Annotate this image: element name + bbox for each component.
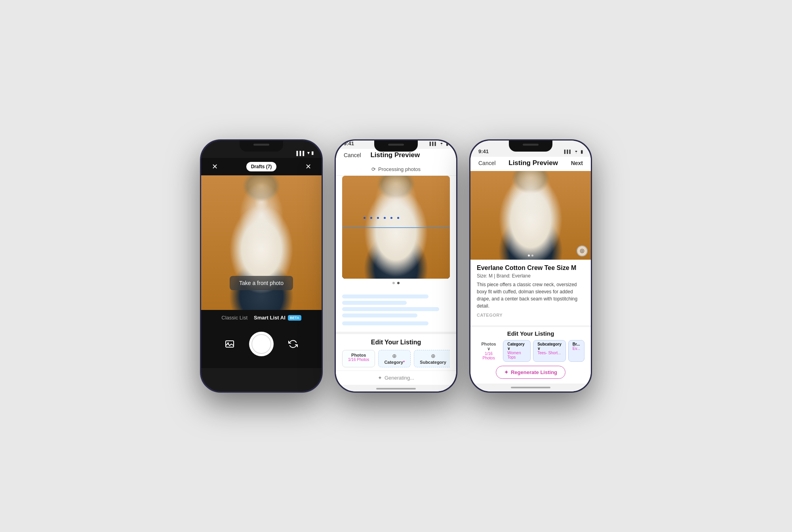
svg-point-3 — [581, 250, 583, 252]
notch-3 — [509, 141, 552, 152]
regenerate-icon: ✦ — [504, 369, 508, 375]
tab-category-label: Category* — [384, 360, 405, 365]
skeleton-line — [342, 321, 428, 325]
skeleton-line — [342, 294, 428, 298]
flip-camera-button[interactable] — [287, 338, 299, 350]
result-tab-brand[interactable]: Br... Ev... — [568, 340, 584, 362]
indicator-dot-active — [397, 282, 400, 284]
signal-icon-3: ▌▌▌ — [564, 150, 572, 154]
home-bar-3 — [511, 387, 550, 388]
scan-dot — [377, 217, 379, 219]
result-indicators — [528, 255, 533, 256]
listing-photo-box — [342, 176, 450, 279]
result-edit-title: Edit Your Listing — [477, 330, 584, 337]
close-button[interactable]: ✕ — [209, 161, 220, 172]
tab-category-icon: ⊕ — [384, 353, 405, 359]
gallery-button[interactable] — [224, 338, 235, 350]
indicator-dot — [392, 282, 395, 284]
notch-2 — [374, 141, 418, 152]
processing-spinner: ⟳ — [371, 166, 376, 172]
skeleton-line — [342, 314, 417, 317]
generating-icon: ✦ — [378, 375, 382, 381]
phone-processing: 9:41 ▌▌▌ ▮ Cancel Listing Preview ⟳ Pr — [335, 139, 457, 393]
tab-subcategory-icon: ⊕ — [420, 353, 446, 359]
beta-badge: BETA — [288, 315, 301, 321]
cancel-button-2[interactable]: Cancel — [344, 152, 361, 158]
listing-title-3: Listing Preview — [508, 159, 558, 167]
camera-viewport: Take a front photo — [201, 175, 322, 310]
tab-subcategory-label: Subcategory — [420, 360, 446, 365]
model-image-3 — [470, 171, 591, 260]
scan-dot — [397, 217, 399, 219]
phone-camera: ▌▌▌ ▾ ▮ ✕ Drafts (7) ✕ Take a f — [200, 139, 323, 393]
result-description: This piece offers a classic crew neck, o… — [477, 281, 584, 310]
next-button-3[interactable]: Next — [571, 160, 583, 166]
time-3: 9:41 — [478, 148, 489, 154]
brand-tab-label: Br... — [573, 342, 580, 346]
edit-tabs-2: Photos 1/16 Photos ⊕ Category* ⊕ Subcate… — [342, 350, 450, 367]
wifi-icon-3 — [573, 149, 579, 154]
camera-edit-icon[interactable] — [577, 245, 588, 256]
result-meta: Size: M | Brand: Everlane — [477, 273, 584, 279]
speaker-2 — [388, 144, 404, 146]
category-tab-label: Category ∨ — [507, 342, 526, 351]
listing-photo-area — [336, 176, 456, 288]
tab-category-2[interactable]: ⊕ Category* — [378, 350, 411, 367]
notch — [240, 141, 283, 152]
drafts-button[interactable]: Drafts (7) — [246, 162, 277, 171]
generating-text: Generating... — [385, 375, 414, 381]
processing-text: Processing photos — [378, 166, 421, 172]
tab-photos-sub: 1/16 Photos — [348, 357, 369, 362]
camera-controls — [201, 325, 322, 368]
scan-dot — [384, 217, 386, 219]
tab-photos-label: Photos — [348, 353, 369, 357]
flash-button[interactable]: ✕ — [303, 161, 314, 172]
photos-tab-sub: 1/16 Photos — [480, 352, 497, 360]
photo-indicators-2 — [342, 282, 450, 284]
subcategory-tab-label: Subcategory ∨ — [537, 342, 562, 351]
result-tab-photos[interactable]: Photos ∨ 1/16 Photos — [477, 340, 501, 362]
wifi-icon-2 — [439, 141, 444, 146]
result-dot-2 — [531, 255, 533, 256]
scan-line — [342, 227, 450, 228]
camera-mode-bar: Classic List Smart List AI BETA — [201, 310, 322, 325]
cancel-button-3[interactable]: Cancel — [478, 160, 496, 166]
skeleton-line — [342, 301, 407, 305]
result-info: Everlane Cotton Crew Tee Size M Size: M … — [470, 260, 591, 325]
result-dot-1 — [528, 255, 530, 256]
skeleton-line — [342, 307, 439, 311]
scan-dots — [364, 217, 439, 219]
home-bar-2 — [376, 388, 416, 390]
tab-photos-2[interactable]: Photos 1/16 Photos — [342, 350, 375, 367]
result-listing-title: Everlane Cotton Crew Tee Size M — [477, 264, 584, 272]
asterisk: * — [403, 360, 405, 365]
category-tab-sub: Women Tops — [507, 351, 526, 359]
result-category-label: CATEGORY — [477, 313, 584, 317]
subcategory-tab-sub: Tees- Short... — [537, 351, 562, 355]
classic-mode-label[interactable]: Classic List — [221, 315, 248, 321]
result-photo-box — [470, 171, 591, 260]
scan-dot — [390, 217, 392, 219]
edit-listing-section-2: Edit Your Listing Photos 1/16 Photos ⊕ C… — [336, 334, 456, 370]
regenerate-button[interactable]: ✦ Regenerate Listing — [496, 366, 565, 379]
result-tab-subcategory[interactable]: Subcategory ∨ Tees- Short... — [533, 340, 566, 362]
battery-icon-2: ▮ — [446, 141, 448, 146]
battery-icon: ▮ — [311, 150, 314, 156]
status-icons-3: ▌▌▌ ▮ — [564, 149, 583, 154]
wifi-icon: ▾ — [307, 150, 310, 156]
tab-subcategory-2[interactable]: ⊕ Subcategory — [414, 350, 450, 367]
scan-dot — [364, 217, 366, 219]
result-tabs: Photos ∨ 1/16 Photos Category ∨ Women To… — [477, 340, 584, 362]
result-edit-section: Edit Your Listing Photos ∨ 1/16 Photos C… — [470, 327, 591, 384]
status-icons-2: ▌▌▌ ▮ — [430, 141, 448, 146]
signal-icon: ▌▌▌ — [297, 151, 306, 156]
edit-listing-title-2: Edit Your Listing — [342, 339, 450, 346]
phone-result: 9:41 ▌▌▌ ▮ Cancel Listing Preview Next — [469, 139, 592, 393]
speaker-3 — [523, 144, 539, 146]
time-2: 9:41 — [344, 141, 354, 146]
result-tab-category[interactable]: Category ∨ Women Tops — [503, 340, 531, 362]
listing-header-3: Cancel Listing Preview Next — [470, 157, 591, 171]
smart-mode-option[interactable]: Smart List AI BETA — [254, 315, 301, 321]
generating-bar: ✦ Generating... — [336, 370, 456, 385]
shutter-button[interactable] — [249, 332, 274, 356]
